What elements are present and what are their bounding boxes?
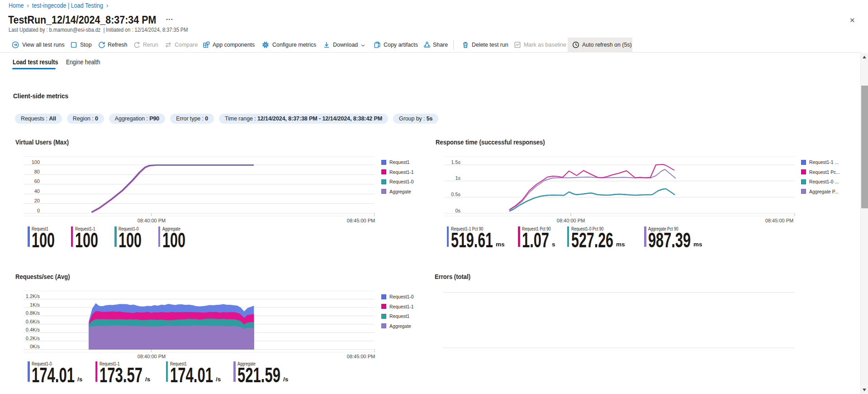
svg-text:174.01: 174.01 bbox=[32, 366, 75, 383]
svg-text:s: s bbox=[552, 241, 555, 248]
svg-text:/s: /s bbox=[283, 376, 288, 383]
svg-text:173.57: 173.57 bbox=[100, 366, 142, 383]
svg-text:ms: ms bbox=[616, 241, 625, 248]
svg-text:1K/s: 1K/s bbox=[30, 302, 40, 308]
svg-text:/s: /s bbox=[77, 376, 82, 383]
svg-text:174.01: 174.01 bbox=[170, 366, 213, 383]
svg-text:08:40:00 PM: 08:40:00 PM bbox=[138, 218, 166, 223]
svg-text:60: 60 bbox=[34, 178, 40, 184]
svg-text:40: 40 bbox=[34, 188, 40, 194]
svg-text:0.5s: 0.5s bbox=[451, 192, 460, 197]
svg-text:ms: ms bbox=[496, 241, 505, 248]
svg-text:1.2K/s: 1.2K/s bbox=[26, 293, 40, 299]
svg-text:0.4K/s: 0.4K/s bbox=[26, 327, 40, 332]
svg-text:100: 100 bbox=[119, 231, 142, 248]
svg-text:0K/s: 0K/s bbox=[30, 344, 40, 349]
svg-text:100: 100 bbox=[162, 231, 185, 248]
svg-text:100: 100 bbox=[32, 159, 40, 165]
svg-text:/s: /s bbox=[145, 376, 150, 383]
svg-text:527.26: 527.26 bbox=[571, 231, 613, 248]
svg-text:100: 100 bbox=[32, 231, 55, 248]
svg-text:521.59: 521.59 bbox=[237, 366, 280, 383]
svg-text:08:45:00 PM: 08:45:00 PM bbox=[347, 354, 375, 359]
svg-text:100: 100 bbox=[75, 231, 98, 248]
svg-text:08:45:00 PM: 08:45:00 PM bbox=[347, 218, 375, 223]
svg-text:0: 0 bbox=[37, 208, 40, 213]
svg-text:1s: 1s bbox=[455, 175, 460, 181]
svg-text:80: 80 bbox=[34, 169, 40, 174]
svg-text:0s: 0s bbox=[455, 208, 460, 213]
svg-text:ms: ms bbox=[693, 241, 702, 248]
svg-text:0.2K/s: 0.2K/s bbox=[26, 336, 40, 341]
svg-text:20: 20 bbox=[34, 198, 40, 203]
svg-text:08:40:00 PM: 08:40:00 PM bbox=[138, 354, 166, 359]
svg-text:08:45:00 PM: 08:45:00 PM bbox=[765, 218, 793, 223]
svg-text:519.61: 519.61 bbox=[451, 231, 493, 248]
svg-text:/s: /s bbox=[216, 376, 221, 383]
svg-text:987.39: 987.39 bbox=[648, 231, 691, 248]
svg-text:1.07: 1.07 bbox=[522, 231, 549, 248]
svg-text:1.5s: 1.5s bbox=[451, 159, 460, 165]
svg-text:0.6K/s: 0.6K/s bbox=[26, 319, 40, 324]
svg-text:08:40:00 PM: 08:40:00 PM bbox=[557, 218, 585, 223]
svg-text:0.8K/s: 0.8K/s bbox=[26, 310, 40, 316]
